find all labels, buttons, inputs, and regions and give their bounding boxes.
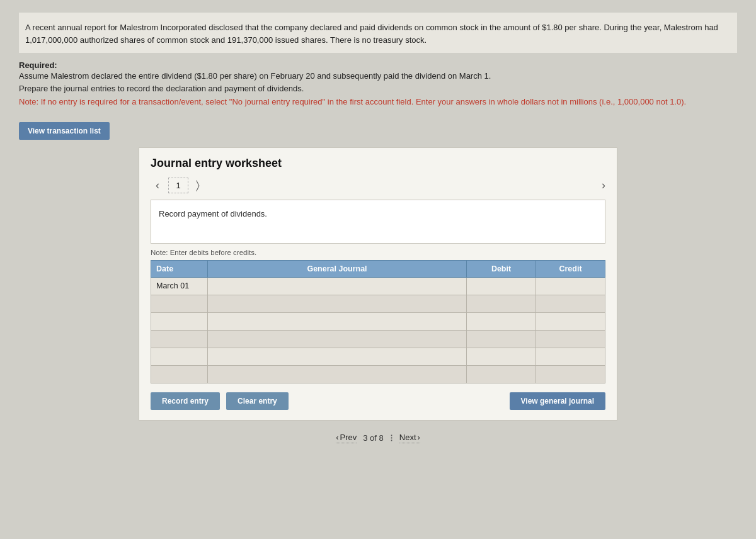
cell-credit[interactable]	[536, 312, 605, 330]
next-label: Next	[399, 433, 416, 442]
input-credit[interactable]	[536, 278, 605, 295]
input-general-journal[interactable]	[208, 295, 466, 312]
col-header-credit: Credit	[536, 260, 605, 277]
input-debit[interactable]	[467, 278, 536, 295]
nav-page-number[interactable]: 1	[168, 178, 188, 193]
intro-section: A recent annual report for Malestrom Inc…	[19, 13, 737, 53]
next-arrow-icon: ›	[418, 433, 420, 442]
cell-debit[interactable]	[467, 312, 536, 330]
cell-general-journal[interactable]	[208, 348, 467, 365]
next-nav-arrow[interactable]: ›	[602, 179, 605, 192]
cell-date	[151, 348, 208, 365]
input-general-journal[interactable]	[208, 348, 466, 365]
clear-entry-button[interactable]: Clear entry	[226, 392, 289, 410]
journal-table: Date General Journal Debit Credit March …	[151, 260, 605, 383]
cell-general-journal[interactable]	[208, 277, 467, 295]
required-note: Note: If no entry is required for a tran…	[19, 96, 737, 108]
cell-date	[151, 312, 208, 330]
cell-debit[interactable]	[467, 365, 536, 383]
prev-button[interactable]: ‹ Prev	[336, 433, 357, 443]
cell-general-journal[interactable]	[208, 365, 467, 383]
debits-note: Note: Enter debits before credits.	[151, 249, 605, 256]
input-debit[interactable]	[467, 313, 536, 330]
cell-general-journal[interactable]	[208, 330, 467, 348]
table-row	[151, 295, 605, 312]
col-header-general-journal: General Journal	[208, 260, 467, 277]
input-credit[interactable]	[536, 331, 605, 348]
cell-debit[interactable]	[467, 330, 536, 348]
table-row	[151, 365, 605, 383]
cell-debit[interactable]	[467, 295, 536, 312]
input-debit[interactable]	[467, 348, 536, 365]
required-label: Required:	[19, 60, 737, 70]
required-section: Required: Assume Malestrom declared the …	[19, 60, 737, 108]
table-row	[151, 348, 605, 365]
input-credit[interactable]	[536, 348, 605, 365]
grid-icon[interactable]: ⁝	[390, 432, 393, 444]
cell-date: March 01	[151, 277, 208, 295]
pagination-row: ‹ Prev 3 of 8 ⁝ Next ›	[19, 432, 737, 444]
col-header-date: Date	[151, 260, 208, 277]
input-debit[interactable]	[467, 331, 536, 348]
input-general-journal[interactable]	[208, 278, 466, 295]
cell-credit[interactable]	[536, 295, 605, 312]
input-credit[interactable]	[536, 366, 605, 383]
record-entry-button[interactable]: Record entry	[151, 392, 220, 410]
prev-label: Prev	[340, 433, 357, 442]
prev-arrow-icon: ‹	[336, 433, 338, 442]
action-buttons-row: Record entry Clear entry View general jo…	[151, 392, 605, 410]
input-credit[interactable]	[536, 295, 605, 312]
cell-credit[interactable]	[536, 277, 605, 295]
input-general-journal[interactable]	[208, 331, 466, 348]
page-info: 3 of 8	[363, 433, 384, 443]
cell-credit[interactable]	[536, 365, 605, 383]
next-button[interactable]: Next ›	[399, 433, 420, 443]
intro-paragraph: A recent annual report for Malestrom Inc…	[25, 23, 718, 45]
worksheet-title: Journal entry worksheet	[151, 157, 605, 170]
description-box: Record payment of dividends.	[151, 200, 605, 244]
input-debit[interactable]	[467, 366, 536, 383]
cell-date	[151, 330, 208, 348]
cell-credit[interactable]	[536, 330, 605, 348]
cell-date	[151, 295, 208, 312]
cell-date	[151, 365, 208, 383]
cell-credit[interactable]	[536, 348, 605, 365]
table-row	[151, 330, 605, 348]
table-row: March 01	[151, 277, 605, 295]
view-transaction-button[interactable]: View transaction list	[19, 122, 110, 140]
required-line1: Assume Malestrom declared the entire div…	[19, 70, 737, 82]
col-header-debit: Debit	[467, 260, 536, 277]
nav-row: ‹ 1 〉 ›	[151, 178, 605, 193]
required-line2: Prepare the journal entries to record th…	[19, 82, 737, 95]
input-general-journal[interactable]	[208, 366, 466, 383]
cell-debit[interactable]	[467, 348, 536, 365]
input-credit[interactable]	[536, 313, 605, 330]
worksheet-card: Journal entry worksheet ‹ 1 〉 › Record p…	[139, 147, 617, 421]
description-text: Record payment of dividends.	[159, 209, 267, 218]
view-general-journal-button[interactable]: View general journal	[510, 392, 605, 410]
hand-icon[interactable]: 〉	[196, 179, 200, 192]
table-row	[151, 312, 605, 330]
prev-nav-arrow[interactable]: ‹	[151, 178, 164, 193]
cell-general-journal[interactable]	[208, 295, 467, 312]
cell-debit[interactable]	[467, 277, 536, 295]
input-general-journal[interactable]	[208, 313, 466, 330]
input-debit[interactable]	[467, 295, 536, 312]
cell-general-journal[interactable]	[208, 312, 467, 330]
